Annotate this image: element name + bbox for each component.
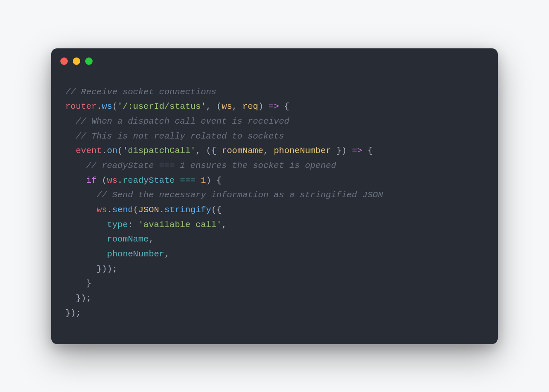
code-token: 1	[201, 176, 206, 185]
code-token: ({	[211, 205, 222, 215]
code-token: req	[243, 102, 258, 111]
code-token: }));	[65, 264, 117, 274]
code-token: =>	[269, 102, 279, 111]
code-token: .	[107, 205, 112, 215]
code-token: }	[65, 279, 91, 288]
code-token: ws	[102, 102, 112, 111]
code-token: 'dispatchCall'	[123, 146, 196, 155]
code-token: });	[65, 294, 91, 303]
code-window: // Receive socket connections router.ws(…	[51, 48, 498, 344]
code-token: (	[112, 102, 117, 111]
code-token: .	[102, 146, 107, 155]
code-token	[65, 234, 107, 244]
code-token: )	[258, 102, 268, 111]
code-token: roomName	[222, 146, 263, 155]
code-token: '/:userId/status'	[117, 102, 206, 111]
code-comment: // This is not really related to sockets	[65, 131, 284, 141]
code-comment: // Send the necessary information as a s…	[65, 190, 383, 200]
titlebar	[51, 48, 498, 65]
code-token: if	[86, 176, 96, 185]
code-token: .	[97, 102, 102, 111]
code-comment: // Receive socket connections	[65, 87, 216, 97]
code-token: stringify	[165, 205, 211, 215]
code-token: send	[112, 205, 133, 215]
code-token	[65, 176, 86, 185]
close-icon[interactable]	[60, 57, 68, 65]
code-token: =>	[352, 146, 362, 155]
code-token: event	[76, 146, 102, 155]
maximize-icon[interactable]	[85, 57, 93, 65]
code-comment: // When a dispatch call event is receive…	[65, 117, 289, 126]
code-token: });	[65, 308, 81, 318]
code-token: type	[107, 220, 128, 229]
code-token: , (	[206, 102, 222, 111]
code-token: .	[159, 205, 165, 215]
code-token: ,	[164, 249, 169, 259]
code-token: JSON	[138, 205, 159, 215]
code-token: ,	[232, 102, 242, 111]
code-token: :	[128, 220, 138, 229]
code-token: ws	[97, 205, 107, 215]
code-token: ws	[222, 102, 232, 111]
code-token: ===	[175, 176, 201, 185]
code-token: ws	[107, 176, 117, 185]
code-token: ,	[149, 234, 154, 244]
code-token: roomName	[107, 234, 149, 244]
code-token: {	[362, 146, 372, 155]
code-token	[65, 205, 97, 215]
code-token: (	[117, 146, 123, 155]
code-token: .	[117, 176, 123, 185]
code-token: 'available call'	[138, 220, 222, 229]
code-token: ) {	[206, 176, 222, 185]
code-token: (	[133, 205, 138, 215]
code-token: })	[331, 146, 352, 155]
code-token: ,	[222, 220, 227, 229]
code-token	[65, 146, 76, 155]
code-block: // Receive socket connections router.ws(…	[51, 65, 498, 344]
code-token: phoneNumber	[107, 249, 165, 259]
code-token: (	[97, 176, 107, 185]
code-token: readyState	[123, 176, 175, 185]
code-comment: // readyState === 1 ensures the socket i…	[65, 161, 336, 170]
code-token: , ({	[196, 146, 222, 155]
code-token	[65, 220, 107, 229]
code-token: on	[107, 146, 117, 155]
code-token: phoneNumber	[274, 146, 331, 155]
code-token: {	[279, 102, 289, 111]
minimize-icon[interactable]	[73, 57, 80, 65]
code-token: ,	[263, 146, 274, 155]
code-token: router	[65, 102, 97, 111]
code-token	[65, 249, 107, 259]
